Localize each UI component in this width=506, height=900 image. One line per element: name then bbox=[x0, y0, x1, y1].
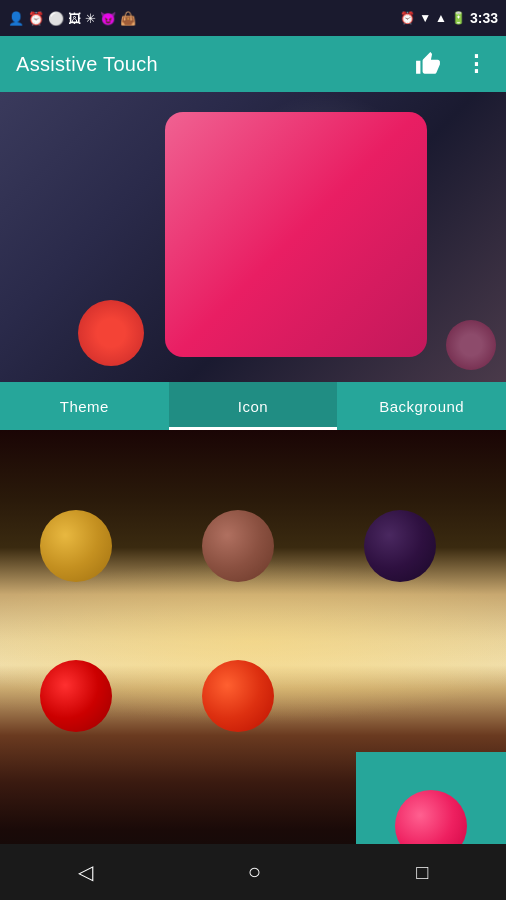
status-bar: 👤 ⏰ ⚪ 🖼 ✳ 😈 👜 ⏰ ▼ ▲ 🔋 3:33 bbox=[0, 0, 506, 36]
more-options-button[interactable]: ⋮ bbox=[461, 47, 490, 81]
tab-theme-label: Theme bbox=[60, 398, 109, 415]
app-title: Assistive Touch bbox=[16, 53, 158, 76]
app-bar: Assistive Touch ⋮ bbox=[0, 36, 506, 92]
tab-icon[interactable]: Icon bbox=[169, 382, 338, 430]
color-picker-area bbox=[0, 430, 506, 900]
thumbs-up-icon bbox=[415, 51, 441, 77]
image-icon: 🖼 bbox=[68, 11, 81, 26]
wifi-icon: ▼ bbox=[419, 11, 431, 25]
status-left-icons: 👤 ⏰ ⚪ 🖼 ✳ 😈 👜 bbox=[8, 11, 136, 26]
signal-icon: ▲ bbox=[435, 11, 447, 25]
tab-theme[interactable]: Theme bbox=[0, 382, 169, 430]
tab-background[interactable]: Background bbox=[337, 382, 506, 430]
nav-recent-button[interactable]: □ bbox=[416, 861, 428, 884]
app-bar-actions: ⋮ bbox=[411, 47, 490, 81]
alarm-status-icon: ⏰ bbox=[400, 11, 415, 25]
color-circles-bottom-row bbox=[40, 660, 274, 732]
home-icon: ○ bbox=[248, 859, 261, 885]
tab-icon-label: Icon bbox=[238, 398, 268, 415]
preview-area bbox=[0, 92, 506, 382]
nav-bar: ◁ ○ □ bbox=[0, 844, 506, 900]
devil-icon: 😈 bbox=[100, 11, 116, 26]
nav-back-button[interactable]: ◁ bbox=[78, 860, 93, 884]
color-option-red[interactable] bbox=[40, 660, 112, 732]
tab-bar: Theme Icon Background bbox=[0, 382, 506, 430]
preview-small-circle-left bbox=[78, 300, 144, 366]
like-button[interactable] bbox=[411, 47, 445, 81]
more-icon: ⋮ bbox=[465, 51, 486, 77]
color-option-gold[interactable] bbox=[40, 510, 112, 582]
color-option-purple[interactable] bbox=[364, 510, 436, 582]
preview-main-square bbox=[165, 112, 427, 357]
color-option-mauve[interactable] bbox=[202, 510, 274, 582]
time-display: 3:33 bbox=[470, 10, 498, 26]
puzzle-icon: ✳ bbox=[85, 11, 96, 26]
preview-small-circle-right bbox=[446, 320, 496, 370]
wallet-icon: 👜 bbox=[120, 11, 136, 26]
status-right-icons: ⏰ ▼ ▲ 🔋 3:33 bbox=[400, 10, 498, 26]
color-option-orange[interactable] bbox=[202, 660, 274, 732]
battery-icon: 🔋 bbox=[451, 11, 466, 25]
circle-icon: ⚪ bbox=[48, 11, 64, 26]
recent-icon: □ bbox=[416, 861, 428, 884]
alarm-icon: ⏰ bbox=[28, 11, 44, 26]
nav-home-button[interactable]: ○ bbox=[248, 859, 261, 885]
tab-background-label: Background bbox=[379, 398, 464, 415]
color-circles-top-row bbox=[40, 510, 436, 582]
back-icon: ◁ bbox=[78, 860, 93, 884]
person-icon: 👤 bbox=[8, 11, 24, 26]
